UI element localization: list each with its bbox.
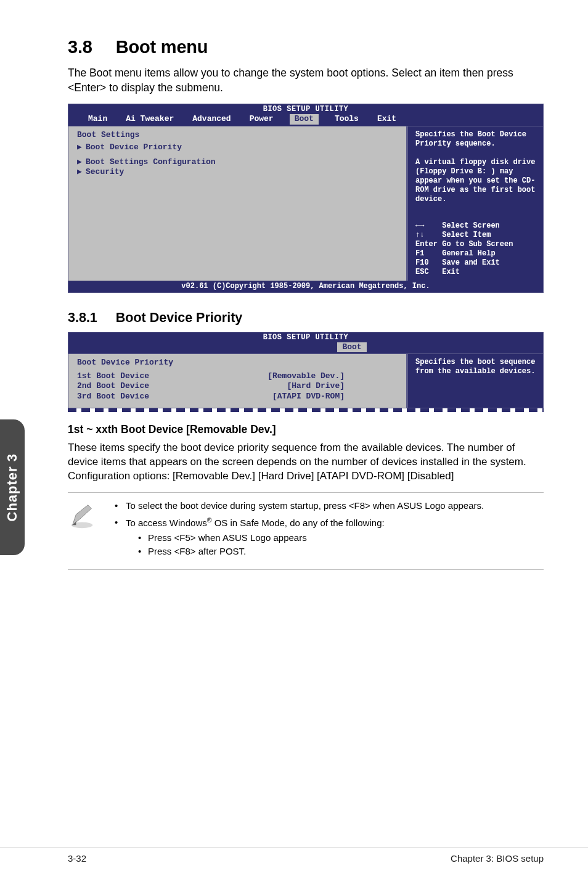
footer-chapter: Chapter 3: BIOS setup: [451, 853, 544, 864]
bios-left-heading: Boot Device Priority: [77, 358, 400, 368]
note-text: To select the boot device during system …: [126, 500, 484, 511]
help-key-row: F10 Save and Exit: [415, 258, 537, 268]
help-key-row: ESC Exit: [415, 268, 537, 277]
submenu-security[interactable]: ▶Security: [77, 167, 400, 177]
option-config: Configuration options: [Removable Dev.] …: [68, 469, 544, 484]
bios-help-description: Specifies the boot sequence from the ava…: [415, 358, 537, 376]
submenu-label: Boot Device Priority: [86, 142, 182, 152]
menu-exit[interactable]: Exit: [375, 114, 399, 124]
boot-device-key: 1st Boot Device: [77, 371, 149, 381]
menu-boot[interactable]: Boot: [290, 114, 319, 124]
menu-boot[interactable]: Boot: [337, 342, 366, 352]
dashed-divider: [68, 408, 544, 412]
pencil-icon: [68, 499, 96, 562]
bios-right-pane: Specifies the boot sequence from the ava…: [406, 354, 543, 408]
boot-device-key: 2nd Boot Device: [77, 381, 149, 391]
page-number: 3-32: [68, 853, 86, 864]
bios-help-description: Specifies the Boot Device Priority seque…: [415, 130, 537, 204]
note-body: To select the boot device during system …: [112, 499, 544, 562]
subsection-number: 3.8.1: [68, 310, 97, 326]
submenu-boot-device-priority[interactable]: ▶Boot Device Priority: [77, 142, 400, 152]
bios-left-pane: Boot Settings ▶Boot Device Priority ▶Boo…: [68, 126, 406, 281]
note-box: To select the boot device during system …: [68, 492, 544, 570]
menu-ai-tweaker[interactable]: Ai Tweaker: [123, 114, 176, 124]
boot-device-value: [Removable Dev.]: [267, 371, 345, 381]
section-title: Boot menu: [116, 37, 208, 57]
bios-top-menu: Main Ai Tweaker Advanced Power Boot Tool…: [68, 114, 543, 125]
bios-title: BIOS SETUP UTILITY: [68, 332, 543, 342]
bios-left-pane: Boot Device Priority 1st Boot Device [Re…: [68, 354, 406, 408]
help-key-row: Enter Go to Sub Screen: [415, 240, 537, 249]
triangle-icon: ▶: [77, 167, 86, 177]
svg-marker-1: [73, 505, 92, 525]
option-description: These items specify the boot device prio…: [68, 441, 544, 469]
bios-panel-boot-device-priority: BIOS SETUP UTILITY Boot Boot Device Prio…: [68, 332, 544, 408]
section-intro: The Boot menu items allow you to change …: [68, 66, 544, 95]
submenu-label: Boot Settings Configuration: [86, 157, 216, 167]
option-heading: 1st ~ xxth Boot Device [Removable Dev.]: [68, 423, 544, 436]
note-item: To select the boot device during system …: [112, 499, 544, 513]
bios-panel-boot-settings: BIOS SETUP UTILITY Main Ai Tweaker Advan…: [68, 104, 544, 292]
bios-right-pane: Specifies the Boot Device Priority seque…: [406, 126, 543, 281]
triangle-icon: ▶: [77, 142, 86, 152]
boot-device-row[interactable]: 2nd Boot Device [Hard Drive]: [77, 381, 400, 391]
note-subitem: Press <F8> after POST.: [126, 545, 544, 558]
note-text: To access Windows: [126, 518, 207, 528]
note-text: OS in Safe Mode, do any of the following…: [211, 518, 384, 528]
boot-device-key: 3rd Boot Device: [77, 392, 149, 402]
help-key-row: F1 General Help: [415, 249, 537, 258]
submenu-label: Security: [86, 167, 124, 176]
menu-main[interactable]: Main: [86, 114, 110, 124]
boot-device-value: [Hard Drive]: [287, 381, 345, 391]
note-item: To access Windows® OS in Safe Mode, do a…: [112, 516, 544, 558]
menu-power[interactable]: Power: [247, 114, 276, 124]
menu-advanced[interactable]: Advanced: [190, 114, 233, 124]
subsection-title: Boot Device Priority: [116, 310, 243, 325]
help-key-row: ←→ Select Screen: [415, 221, 537, 231]
bios-title: BIOS SETUP UTILITY: [68, 104, 543, 114]
triangle-icon: ▶: [77, 157, 86, 167]
submenu-boot-settings-config[interactable]: ▶Boot Settings Configuration: [77, 157, 400, 167]
bios-left-heading: Boot Settings: [77, 130, 400, 140]
help-key-row: ↑↓ Select Item: [415, 231, 537, 240]
subsection-heading: 3.8.1Boot Device Priority: [68, 310, 544, 326]
bios-help-keys: ←→ Select Screen ↑↓ Select Item Enter Go…: [415, 221, 537, 277]
section-heading: 3.8Boot menu: [68, 37, 544, 57]
boot-device-value: [ATAPI DVD-ROM]: [272, 392, 345, 402]
chapter-tab-label: Chapter 3: [4, 453, 20, 521]
chapter-tab: Chapter 3: [0, 419, 25, 555]
note-subitem: Press <F5> when ASUS Logo appears: [126, 531, 544, 545]
boot-device-row[interactable]: 1st Boot Device [Removable Dev.]: [77, 371, 400, 381]
section-number: 3.8: [68, 37, 92, 57]
boot-device-row[interactable]: 3rd Boot Device [ATAPI DVD-ROM]: [77, 392, 400, 402]
menu-tools[interactable]: Tools: [332, 114, 361, 124]
page-footer: 3-32 Chapter 3: BIOS setup: [0, 848, 588, 864]
bios-copyright: v02.61 (C)Copyright 1985-2009, American …: [68, 281, 543, 292]
bios-top-menu: Boot: [68, 342, 543, 353]
